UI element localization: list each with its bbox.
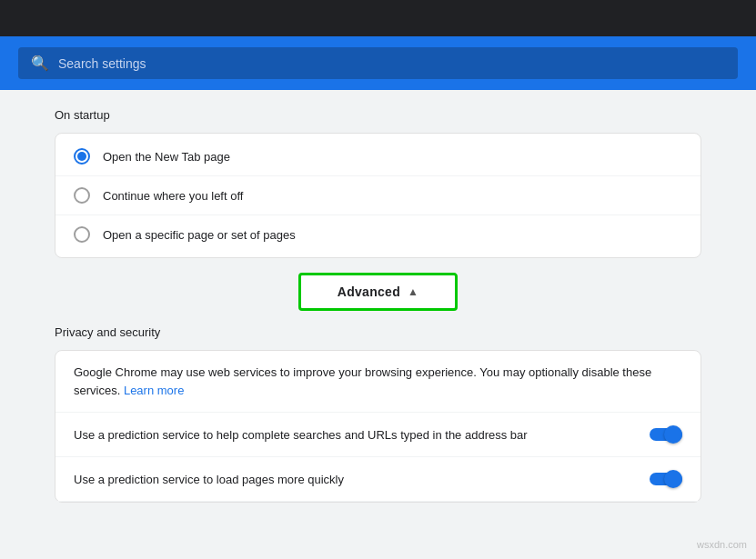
radio-continue[interactable]: Continue where you left off (55, 176, 701, 215)
toggle-row-search-prediction: Use a prediction service to help complet… (55, 413, 701, 457)
toggle-thumb-2 (664, 470, 682, 488)
radio-label-continue: Continue where you left off (103, 189, 243, 203)
titlebar (0, 0, 756, 36)
radio-circle-specific (74, 226, 90, 243)
advanced-button[interactable]: Advanced ▲ (298, 273, 459, 311)
advanced-label: Advanced (338, 284, 400, 299)
learn-more-link[interactable]: Learn more (124, 384, 184, 397)
privacy-section-title: Privacy and security (55, 325, 701, 339)
search-bar-container: 🔍 Search settings (0, 36, 756, 90)
chevron-up-icon: ▲ (408, 285, 418, 298)
radio-circle-new-tab (74, 148, 90, 165)
search-input-label[interactable]: Search settings (58, 56, 146, 71)
watermark: wsxdn.com (697, 539, 747, 550)
toggle-search-prediction[interactable] (650, 425, 682, 444)
privacy-intro-item: Google Chrome may use web services to im… (55, 351, 701, 413)
search-icon: 🔍 (31, 55, 49, 72)
toggle-row-load-prediction: Use a prediction service to load pages m… (55, 457, 701, 502)
radio-circle-continue (74, 187, 90, 204)
toggle-load-prediction[interactable] (650, 470, 682, 488)
privacy-intro-text: Google Chrome may use web services to im… (74, 365, 651, 397)
radio-label-new-tab: Open the New Tab page (103, 150, 230, 164)
main-content: On startup Open the New Tab page Continu… (0, 90, 756, 521)
radio-specific-page[interactable]: Open a specific page or set of pages (55, 215, 701, 254)
startup-section-title: On startup (55, 108, 701, 122)
search-bar[interactable]: 🔍 Search settings (18, 47, 738, 79)
toggle-thumb (664, 425, 682, 444)
radio-label-specific: Open a specific page or set of pages (103, 228, 296, 242)
toggle-label-load-prediction: Use a prediction service to load pages m… (74, 473, 650, 486)
advanced-section: Advanced ▲ (55, 273, 701, 311)
privacy-card: Google Chrome may use web services to im… (55, 350, 701, 503)
startup-card: Open the New Tab page Continue where you… (55, 133, 701, 258)
toggle-label-search-prediction: Use a prediction service to help complet… (74, 428, 650, 442)
radio-new-tab[interactable]: Open the New Tab page (55, 137, 701, 176)
